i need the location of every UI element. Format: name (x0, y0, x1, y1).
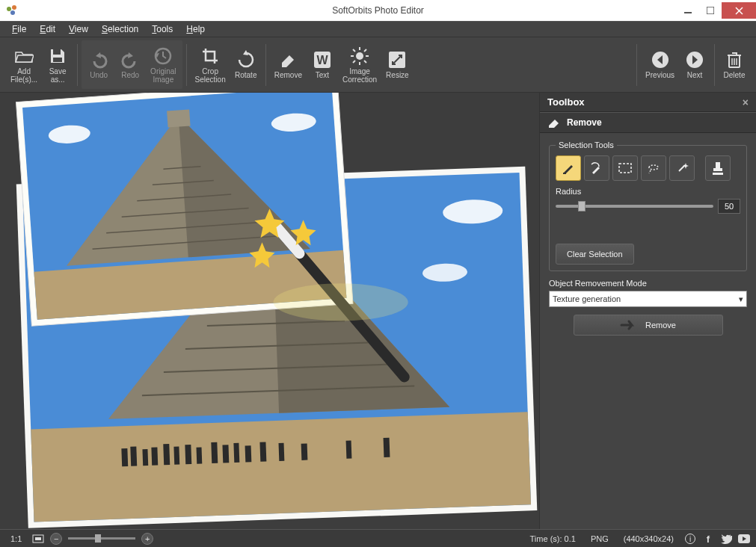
remove-button[interactable]: Remove (270, 42, 307, 88)
zoom-ratio[interactable]: 1:1 (6, 534, 26, 543)
save-as-button[interactable]: Save as... (42, 42, 73, 88)
svg-rect-73 (563, 173, 566, 174)
toolbox-header: Toolbox × (540, 93, 756, 112)
redo-button[interactable]: Redo (114, 42, 146, 88)
canvas[interactable] (0, 93, 539, 529)
info-icon[interactable]: i (684, 533, 696, 545)
svg-rect-4 (707, 7, 714, 14)
svg-rect-48 (197, 448, 203, 464)
svg-line-18 (364, 61, 366, 63)
twitter-icon[interactable] (720, 533, 732, 545)
svg-point-2 (10, 10, 15, 15)
svg-rect-74 (619, 164, 631, 173)
crop-button[interactable]: Crop Selection (191, 42, 230, 88)
fit-screen-icon[interactable] (32, 534, 44, 543)
previous-icon (651, 50, 670, 69)
status-dimensions: (440x340x24) (619, 534, 678, 543)
svg-rect-3 (684, 12, 692, 13)
maximize-button[interactable] (699, 2, 722, 19)
status-format: PNG (586, 534, 613, 543)
window-title: SoftOrbits Photo Editor (332, 5, 424, 16)
magic-wand-tool[interactable] (669, 155, 695, 181)
toolbar: Add File(s)... Save as... Undo Redo Orig… (0, 37, 756, 93)
radius-value[interactable]: 50 (718, 199, 740, 214)
svg-rect-80 (35, 537, 41, 540)
svg-text:W: W (316, 54, 328, 67)
remove-action-button[interactable]: Remove (574, 315, 723, 336)
folder-open-icon (14, 46, 34, 66)
svg-point-0 (7, 7, 11, 11)
svg-rect-51 (233, 443, 239, 463)
menu-file[interactable]: File (6, 22, 32, 36)
svg-rect-46 (173, 447, 179, 465)
svg-rect-41 (121, 448, 128, 466)
svg-rect-67 (167, 110, 191, 128)
image-correction-button[interactable]: Image Correction (338, 42, 381, 88)
eraser-icon (278, 50, 298, 69)
svg-rect-43 (142, 449, 148, 466)
svg-rect-8 (53, 58, 62, 62)
svg-rect-53 (259, 442, 266, 462)
svg-line-17 (353, 49, 355, 52)
eraser-icon (547, 117, 561, 128)
menu-bar: File Edit View Selection Tools Help (0, 21, 756, 37)
svg-rect-77 (713, 168, 722, 171)
menu-view[interactable]: View (63, 22, 94, 36)
status-bar: 1:1 − + Time (s): 0.1 PNG (440x340x24) i… (0, 529, 756, 547)
svg-point-1 (12, 5, 16, 10)
undo-icon (89, 50, 108, 69)
original-image-button[interactable]: Original Image (146, 42, 180, 88)
status-time: Time (s): 0.1 (526, 534, 580, 543)
undo-button[interactable]: Undo (83, 42, 114, 88)
rotate-button[interactable]: Rotate (230, 42, 262, 88)
zoom-out-button[interactable]: − (50, 533, 62, 545)
next-button[interactable]: Next (679, 42, 710, 88)
menu-edit[interactable]: Edit (34, 22, 61, 36)
svg-rect-42 (130, 447, 137, 466)
svg-rect-55 (301, 444, 308, 460)
save-icon (48, 46, 67, 66)
text-icon: W (313, 50, 332, 69)
close-button[interactable] (722, 2, 756, 19)
toolbox-section-remove: Remove (540, 112, 756, 133)
resize-button[interactable]: Resize (381, 42, 414, 88)
clear-selection-button[interactable]: Clear Selection (556, 244, 634, 265)
svg-rect-45 (163, 444, 170, 465)
menu-tools[interactable]: Tools (146, 22, 179, 36)
zoom-slider[interactable] (68, 537, 135, 540)
rect-select-tool[interactable] (612, 155, 638, 181)
free-select-tool[interactable] (584, 155, 609, 181)
menu-help[interactable]: Help (180, 22, 211, 36)
lasso-tool[interactable] (641, 155, 666, 181)
minimize-button[interactable] (677, 2, 699, 19)
text-button[interactable]: W Text (307, 42, 338, 88)
rotate-icon (236, 50, 256, 69)
removement-mode-select[interactable]: Texture generation ▾ (549, 291, 747, 307)
clone-stamp-tool[interactable] (705, 155, 731, 181)
svg-rect-56 (346, 441, 352, 459)
svg-rect-52 (245, 445, 252, 462)
svg-rect-30 (31, 412, 531, 522)
previous-button[interactable]: Previous (641, 42, 679, 88)
svg-rect-44 (151, 448, 158, 466)
crop-icon (200, 46, 220, 66)
zoom-in-button[interactable]: + (141, 533, 153, 545)
facebook-icon[interactable]: f (702, 533, 714, 545)
history-icon (153, 46, 173, 66)
app-icon (4, 3, 19, 18)
menu-selection[interactable]: Selection (96, 22, 144, 36)
add-files-button[interactable]: Add File(s)... (6, 42, 42, 88)
svg-rect-47 (185, 445, 191, 464)
svg-rect-78 (713, 173, 723, 175)
delete-button[interactable]: Delete (719, 42, 750, 88)
marker-tool[interactable] (556, 155, 581, 181)
resize-icon (387, 50, 407, 69)
svg-text:i: i (689, 535, 691, 543)
svg-point-72 (273, 283, 408, 321)
svg-rect-49 (211, 442, 218, 463)
svg-rect-7 (53, 49, 61, 55)
toolbox-close-icon[interactable]: × (743, 96, 749, 108)
radius-label: Radius (556, 187, 740, 196)
radius-slider[interactable] (556, 205, 713, 208)
youtube-icon[interactable] (738, 533, 750, 545)
